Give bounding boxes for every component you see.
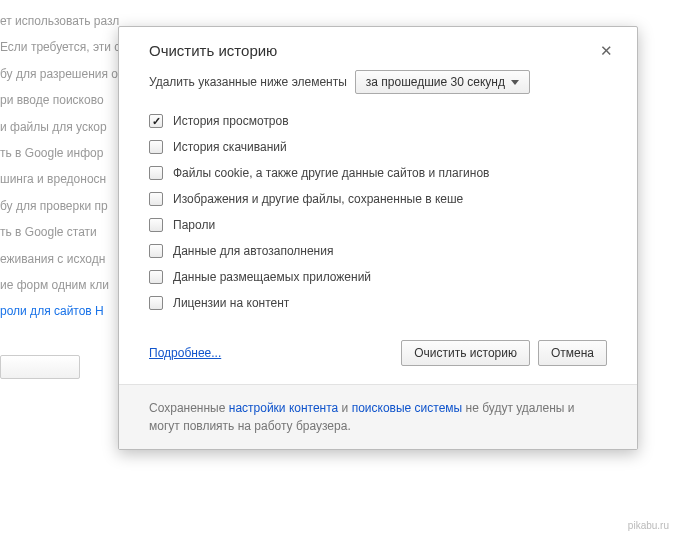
check-item-autofill: Данные для автозаполнения: [149, 238, 607, 264]
search-engines-link[interactable]: поисковые системы: [352, 401, 463, 415]
check-item-cookies: Файлы cookie, а также другие данные сайт…: [149, 160, 607, 186]
check-item-browsing-history: История просмотров: [149, 108, 607, 134]
checkbox-label: Лицензии на контент: [173, 296, 289, 310]
time-range-row: Удалить указанные ниже элементы за проше…: [149, 70, 607, 94]
checkbox-label: Данные для автозаполнения: [173, 244, 333, 258]
content-settings-link[interactable]: настройки контента: [229, 401, 339, 415]
time-range-label: Удалить указанные ниже элементы: [149, 75, 347, 89]
checkbox-hosted-apps[interactable]: [149, 270, 163, 284]
clear-history-dialog: Очистить историю ✕ Удалить указанные ниж…: [118, 26, 638, 450]
dialog-title: Очистить историю: [149, 42, 277, 59]
background-settings-text: ет использовать различные веб-службы, ко…: [0, 0, 120, 379]
checkbox-label: История скачиваний: [173, 140, 287, 154]
checkbox-cookies[interactable]: [149, 166, 163, 180]
dialog-actions: Подробнее... Очистить историю Отмена: [119, 330, 637, 384]
close-icon: ✕: [600, 42, 613, 59]
checkbox-passwords[interactable]: [149, 218, 163, 232]
background-dropdown: [0, 355, 80, 379]
watermark: pikabu.ru: [628, 520, 669, 531]
check-item-passwords: Пароли: [149, 212, 607, 238]
time-range-value: за прошедшие 30 секунд: [366, 75, 505, 89]
checkbox-label: Изображения и другие файлы, сохраненные …: [173, 192, 463, 206]
check-item-download-history: История скачиваний: [149, 134, 607, 160]
clear-history-button[interactable]: Очистить историю: [401, 340, 530, 366]
checkbox-label: История просмотров: [173, 114, 289, 128]
check-item-content-licenses: Лицензии на контент: [149, 290, 607, 316]
dialog-body: Удалить указанные ниже элементы за проше…: [119, 66, 637, 330]
checkbox-cached-images[interactable]: [149, 192, 163, 206]
checkbox-label: Файлы cookie, а также другие данные сайт…: [173, 166, 489, 180]
checkbox-autofill[interactable]: [149, 244, 163, 258]
more-info-link[interactable]: Подробнее...: [149, 346, 221, 360]
dialog-header: Очистить историю ✕: [119, 27, 637, 66]
checkbox-content-licenses[interactable]: [149, 296, 163, 310]
button-row: Очистить историю Отмена: [401, 340, 607, 366]
checkbox-browsing-history[interactable]: [149, 114, 163, 128]
cancel-button[interactable]: Отмена: [538, 340, 607, 366]
check-item-hosted-apps: Данные размещаемых приложений: [149, 264, 607, 290]
checkbox-download-history[interactable]: [149, 140, 163, 154]
time-range-select[interactable]: за прошедшие 30 секунд: [355, 70, 530, 94]
dialog-footer: Сохраненные настройки контента и поисков…: [119, 384, 637, 449]
close-button[interactable]: ✕: [596, 41, 617, 60]
checkbox-list: История просмотров История скачиваний Фа…: [149, 108, 607, 316]
chevron-down-icon: [511, 80, 519, 85]
check-item-cached-images: Изображения и другие файлы, сохраненные …: [149, 186, 607, 212]
checkbox-label: Данные размещаемых приложений: [173, 270, 371, 284]
checkbox-label: Пароли: [173, 218, 215, 232]
